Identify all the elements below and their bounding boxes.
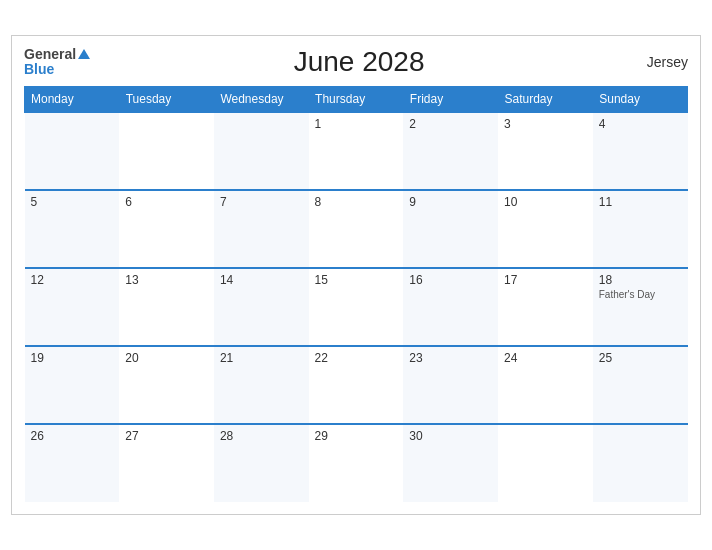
weekday-header: Wednesday — [214, 87, 309, 113]
day-number: 29 — [315, 429, 398, 443]
calendar-locale: Jersey — [628, 54, 688, 70]
calendar-day-cell: 18Father's Day — [593, 268, 688, 346]
day-number: 13 — [125, 273, 208, 287]
calendar-grid: MondayTuesdayWednesdayThursdayFridaySatu… — [24, 86, 688, 502]
calendar-day-cell: 21 — [214, 346, 309, 424]
day-number: 25 — [599, 351, 682, 365]
logo-triangle-icon — [78, 49, 90, 59]
day-number: 7 — [220, 195, 303, 209]
day-number: 4 — [599, 117, 682, 131]
day-number: 17 — [504, 273, 587, 287]
logo-general-text: General — [24, 47, 76, 62]
calendar-day-cell: 13 — [119, 268, 214, 346]
calendar-day-cell: 25 — [593, 346, 688, 424]
calendar-week-row: 1234 — [25, 112, 688, 190]
calendar-day-cell — [593, 424, 688, 502]
calendar-day-cell: 6 — [119, 190, 214, 268]
calendar-day-cell: 24 — [498, 346, 593, 424]
calendar-day-cell: 27 — [119, 424, 214, 502]
day-number: 26 — [31, 429, 114, 443]
calendar-week-row: 19202122232425 — [25, 346, 688, 424]
calendar-day-cell: 30 — [403, 424, 498, 502]
day-number: 19 — [31, 351, 114, 365]
day-number: 3 — [504, 117, 587, 131]
calendar-day-cell: 8 — [309, 190, 404, 268]
calendar-day-cell: 14 — [214, 268, 309, 346]
weekday-header: Friday — [403, 87, 498, 113]
logo: General Blue — [24, 47, 90, 78]
day-number: 2 — [409, 117, 492, 131]
day-number: 11 — [599, 195, 682, 209]
day-number: 6 — [125, 195, 208, 209]
logo-blue-text: Blue — [24, 61, 54, 77]
calendar-day-cell: 19 — [25, 346, 120, 424]
calendar-container: General Blue June 2028 Jersey MondayTues… — [11, 35, 701, 515]
day-number: 22 — [315, 351, 398, 365]
calendar-week-row: 2627282930 — [25, 424, 688, 502]
day-number: 12 — [31, 273, 114, 287]
day-number: 9 — [409, 195, 492, 209]
day-number: 16 — [409, 273, 492, 287]
day-number: 18 — [599, 273, 682, 287]
calendar-header: General Blue June 2028 Jersey — [24, 46, 688, 78]
day-number: 14 — [220, 273, 303, 287]
weekday-header: Monday — [25, 87, 120, 113]
day-number: 23 — [409, 351, 492, 365]
calendar-day-cell: 29 — [309, 424, 404, 502]
calendar-week-row: 12131415161718Father's Day — [25, 268, 688, 346]
calendar-day-cell: 9 — [403, 190, 498, 268]
day-number: 24 — [504, 351, 587, 365]
calendar-day-cell: 28 — [214, 424, 309, 502]
weekday-header: Saturday — [498, 87, 593, 113]
calendar-title: June 2028 — [90, 46, 628, 78]
calendar-day-cell: 10 — [498, 190, 593, 268]
weekday-header: Sunday — [593, 87, 688, 113]
day-number: 30 — [409, 429, 492, 443]
calendar-day-cell: 3 — [498, 112, 593, 190]
calendar-day-cell — [498, 424, 593, 502]
calendar-day-cell: 12 — [25, 268, 120, 346]
weekday-header: Tuesday — [119, 87, 214, 113]
calendar-day-cell: 16 — [403, 268, 498, 346]
day-number: 8 — [315, 195, 398, 209]
calendar-day-cell: 5 — [25, 190, 120, 268]
calendar-day-cell: 26 — [25, 424, 120, 502]
day-number: 1 — [315, 117, 398, 131]
weekday-header-row: MondayTuesdayWednesdayThursdayFridaySatu… — [25, 87, 688, 113]
day-number: 15 — [315, 273, 398, 287]
calendar-day-cell — [214, 112, 309, 190]
day-number: 21 — [220, 351, 303, 365]
day-number: 27 — [125, 429, 208, 443]
calendar-week-row: 567891011 — [25, 190, 688, 268]
day-number: 5 — [31, 195, 114, 209]
calendar-day-cell: 11 — [593, 190, 688, 268]
calendar-day-cell: 23 — [403, 346, 498, 424]
calendar-day-cell: 1 — [309, 112, 404, 190]
calendar-day-cell: 20 — [119, 346, 214, 424]
calendar-day-cell: 4 — [593, 112, 688, 190]
day-number: 10 — [504, 195, 587, 209]
weekday-header: Thursday — [309, 87, 404, 113]
day-number: 28 — [220, 429, 303, 443]
day-number: 20 — [125, 351, 208, 365]
calendar-day-cell: 7 — [214, 190, 309, 268]
calendar-day-cell — [119, 112, 214, 190]
day-event-label: Father's Day — [599, 289, 682, 300]
calendar-day-cell — [25, 112, 120, 190]
calendar-day-cell: 17 — [498, 268, 593, 346]
calendar-day-cell: 15 — [309, 268, 404, 346]
calendar-day-cell: 22 — [309, 346, 404, 424]
calendar-day-cell: 2 — [403, 112, 498, 190]
